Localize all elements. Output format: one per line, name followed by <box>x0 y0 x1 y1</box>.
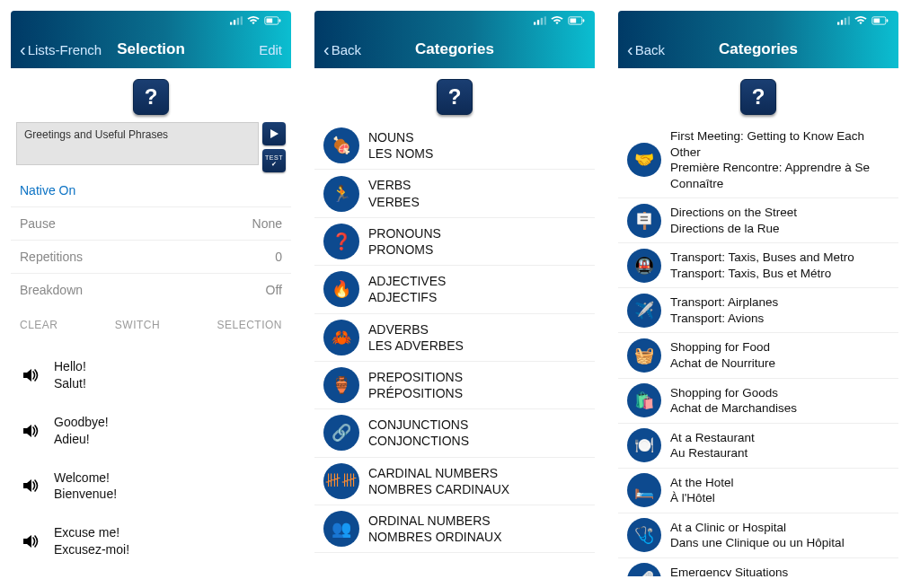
category-item[interactable]: ❓ PRONOUNS PRONOMS <box>314 218 595 266</box>
category-item[interactable]: 🛏️ At the Hotel À l'Hôtel <box>618 469 898 513</box>
category-french: ADJECTIFS <box>368 289 586 305</box>
repetitions-row[interactable]: Repetitions 0 <box>11 240 291 273</box>
phrase-item[interactable]: Welcome! Bienvenue! <box>11 459 291 514</box>
svg-rect-15 <box>841 20 843 24</box>
status-bar <box>11 11 291 31</box>
verbs-icon: 🏃 <box>323 176 359 212</box>
phrase-item[interactable]: Hello! Salut! <box>11 347 291 403</box>
svg-rect-8 <box>537 20 539 24</box>
svg-rect-5 <box>279 19 281 22</box>
page-title: Categories <box>719 40 798 58</box>
page-title: Categories <box>415 40 494 58</box>
category-item[interactable]: 🏃 VERBS VERBES <box>314 170 595 217</box>
pause-row[interactable]: Pause None <box>11 206 291 240</box>
category-item[interactable]: 🦀 ADVERBS LES ADVERBES <box>314 314 595 362</box>
category-english: ORDINAL NUMBERS <box>368 513 586 529</box>
category-french: Dans une Clinique ou un Hôpital <box>670 535 889 551</box>
category-item[interactable]: 🧺 Shopping for Food Achat de Nourriture <box>618 333 898 378</box>
category-item[interactable]: 🩹 Emergency Situations Situations d'Urge… <box>618 558 898 576</box>
category-text: ADJECTIVES ADJECTIFS <box>368 269 586 309</box>
breakdown-row[interactable]: Breakdown Off <box>11 273 291 306</box>
selection-box[interactable]: Greetings and Useful Phrases <box>16 122 259 165</box>
svg-rect-1 <box>234 20 235 24</box>
back-label: Back <box>332 42 361 57</box>
selection-button[interactable]: SELECTION <box>217 319 282 331</box>
hotel-icon: 🛏️ <box>627 473 661 507</box>
category-item[interactable]: 🪧 Directions on the Street Directions de… <box>618 198 898 243</box>
adverbs-icon: 🦀 <box>323 320 359 355</box>
test-button[interactable]: TEST ✔ <box>262 149 286 172</box>
category-text: Emergency Situations Situations d'Urgenc… <box>670 561 889 576</box>
breakdown-value: Off <box>266 283 282 297</box>
phrase-list: Hello! Salut! Goodbye! Adieu! Welcome! B… <box>11 347 291 569</box>
category-french: Première Rencontre: Apprendre à Se Conna… <box>670 160 889 191</box>
play-audio-button[interactable] <box>22 423 41 439</box>
back-button[interactable]: ‹ Lists-French <box>20 40 102 58</box>
category-text: At a Restaurant Au Restaurant <box>670 426 889 465</box>
category-english: ADVERBS <box>368 321 586 338</box>
category-french: LES ADVERBES <box>368 338 586 354</box>
pronouns-icon: ❓ <box>323 224 359 259</box>
category-english: Shopping for Food <box>670 339 889 355</box>
phrase-item[interactable]: Excuse me! Excusez-moi! <box>11 513 291 569</box>
clear-button[interactable]: CLEAR <box>20 319 58 331</box>
category-item[interactable]: 𝍸𝍸 CARDINAL NUMBERS NOMBRES CARDINAUX <box>314 458 595 505</box>
chevron-left-icon: ‹ <box>20 40 26 58</box>
edit-button[interactable]: Edit <box>259 42 282 57</box>
check-icon: ✔ <box>271 161 277 168</box>
phrase-french: Bienvenue! <box>54 486 117 503</box>
svg-rect-16 <box>845 18 846 25</box>
category-item[interactable]: 🛍️ Shopping for Goods Achat de Marchandi… <box>618 379 898 424</box>
clinic-icon: 🩺 <box>627 518 661 552</box>
category-item[interactable]: 🏺 PREPOSITIONS PRÉPOSITIONS <box>314 362 595 409</box>
signal-icon <box>230 16 243 25</box>
play-button[interactable] <box>262 122 286 145</box>
back-button[interactable]: ‹ Back <box>627 40 665 58</box>
category-item[interactable]: ✈️ Transport: Airplanes Transport: Avion… <box>618 288 898 333</box>
category-text: Shopping for Goods Achat de Marchandises <box>670 382 889 420</box>
category-item[interactable]: 🩺 At a Clinic or Hospital Dans une Clini… <box>618 513 898 558</box>
play-audio-button[interactable] <box>22 478 41 494</box>
repetitions-label: Repetitions <box>20 250 83 264</box>
svg-rect-0 <box>230 22 232 25</box>
category-english: At a Restaurant <box>670 430 889 446</box>
battery-icon <box>568 16 586 25</box>
category-french: PRÉPOSITIONS <box>368 385 586 401</box>
category-french: Achat de Marchandises <box>670 400 889 417</box>
category-english: Shopping for Goods <box>670 385 889 401</box>
category-item[interactable]: 🍽️ At a Restaurant Au Restaurant <box>618 424 898 469</box>
category-english: ADJECTIVES <box>368 273 586 289</box>
native-toggle[interactable]: Native On <box>11 172 291 206</box>
svg-rect-19 <box>887 19 889 22</box>
svg-rect-2 <box>237 18 239 25</box>
svg-rect-3 <box>241 16 243 24</box>
help-button[interactable]: ? <box>740 79 776 115</box>
switch-button[interactable]: SWITCH <box>115 319 160 331</box>
status-bar <box>314 11 595 31</box>
phrase-text: Hello! Salut! <box>54 358 86 392</box>
category-item[interactable]: 🔗 CONJUNCTIONS CONJONCTIONS <box>314 409 595 457</box>
shopping-food-icon: 🧺 <box>627 338 661 373</box>
help-button[interactable]: ? <box>133 79 169 115</box>
category-item[interactable]: 🤝 First Meeting: Getting to Know Each Ot… <box>618 122 898 198</box>
category-item[interactable]: 🔥 ADJECTIVES ADJECTIFS <box>314 266 595 313</box>
phrase-item[interactable]: Goodbye! Adieu! <box>11 403 291 459</box>
category-english: At a Clinic or Hospital <box>670 520 889 536</box>
wifi-icon <box>854 16 867 25</box>
category-item[interactable]: 👥 ORDINAL NUMBERS NOMBRES ORDINAUX <box>314 505 595 553</box>
conjunctions-icon: 🔗 <box>323 415 359 451</box>
battery-icon <box>871 16 889 25</box>
category-item[interactable]: 🚇 Transport: Taxis, Buses and Metro Tran… <box>618 243 898 288</box>
category-english: CONJUNCTIONS <box>368 417 586 433</box>
help-button[interactable]: ? <box>437 79 473 115</box>
category-english: Transport: Airplanes <box>670 294 889 311</box>
directions-icon: 🪧 <box>627 204 661 238</box>
category-item[interactable]: 🍖 NOUNS LES NOMS <box>314 122 595 170</box>
category-list: 🍖 NOUNS LES NOMS 🏃 VERBS VERBES ❓ PRONOU… <box>314 122 595 553</box>
meeting-icon: 🤝 <box>627 143 661 177</box>
play-audio-button[interactable] <box>22 533 41 549</box>
page-title: Selection <box>117 40 185 58</box>
back-button[interactable]: ‹ Back <box>323 40 361 58</box>
category-english: PRONOUNS <box>368 225 586 241</box>
play-audio-button[interactable] <box>22 367 41 383</box>
